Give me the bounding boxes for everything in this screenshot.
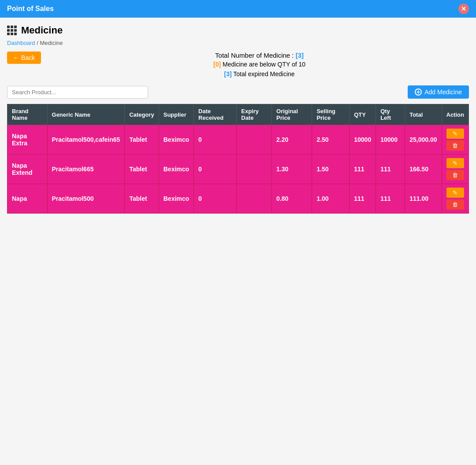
cell-qty-left: 111 — [376, 184, 405, 214]
breadcrumb: Dashboard / Medicine — [7, 40, 469, 46]
cell-qty: 111 — [350, 184, 376, 214]
cell-total: 111.00 — [405, 184, 442, 214]
toolbar: + Add Medicine — [7, 85, 469, 99]
page-content: Medicine Dashboard / Medicine ← Back Tot… — [0, 18, 476, 221]
cell-action: ✎ 🗑 — [442, 155, 469, 184]
add-medicine-button[interactable]: + Add Medicine — [408, 85, 469, 99]
below-qty-count: [0] — [213, 61, 221, 68]
col-category: Category — [125, 104, 159, 125]
cell-selling-price: 1.00 — [312, 184, 350, 214]
cell-expiry-date — [237, 125, 272, 155]
cell-total: 166.50 — [405, 155, 442, 184]
breadcrumb-current: Medicine — [40, 40, 63, 46]
table-row: Napa Extend Pracitamol665 Tablet Beximco… — [7, 155, 469, 184]
cell-category: Tablet — [125, 184, 159, 214]
col-qty: QTY — [350, 104, 376, 125]
total-count: [3] — [296, 52, 304, 59]
cell-date-received: 0 — [194, 184, 237, 214]
cell-qty: 10000 — [350, 125, 376, 155]
cell-qty-left: 10000 — [376, 125, 405, 155]
back-label: Back — [21, 54, 35, 61]
table-row: Napa Extra Pracitamol500,cafein65 Tablet… — [7, 125, 469, 155]
col-supplier: Supplier — [159, 104, 193, 125]
cell-total: 25,000.00 — [405, 125, 442, 155]
back-arrow-icon: ← — [13, 54, 19, 61]
cell-generic-name: Pracitamol500,cafein65 — [47, 125, 125, 155]
back-button[interactable]: ← Back — [7, 52, 41, 64]
cell-category: Tablet — [125, 155, 159, 184]
cell-action: ✎ 🗑 — [442, 125, 469, 155]
cell-brand-name: Napa — [7, 184, 48, 214]
delete-button[interactable]: 🗑 — [446, 170, 465, 180]
cell-category: Tablet — [125, 125, 159, 155]
below-qty-line: [0] Medicine are below QTY of 10 — [50, 61, 469, 68]
search-input[interactable] — [7, 86, 148, 99]
cell-supplier: Beximco — [159, 155, 193, 184]
cell-selling-price: 1.50 — [312, 155, 350, 184]
edit-button[interactable]: ✎ — [446, 188, 465, 198]
cell-brand-name: Napa Extra — [7, 125, 48, 155]
cell-date-received: 0 — [194, 155, 237, 184]
delete-button[interactable]: 🗑 — [446, 199, 465, 210]
cell-supplier: Beximco — [159, 125, 193, 155]
expired-text: Total expired Medicine — [233, 70, 294, 78]
col-qty-left: Qty Left — [376, 104, 405, 125]
col-total: Total — [405, 104, 442, 125]
expired-count: [3] — [224, 70, 232, 78]
col-brand-name: Brand Name — [7, 104, 48, 125]
add-label: Add Medicine — [424, 89, 462, 96]
medicine-table: Brand Name Generic Name Category Supplie… — [7, 104, 469, 214]
cell-brand-name: Napa Extend — [7, 155, 48, 184]
navbar: Point of Sales ✕ — [0, 0, 476, 18]
expired-line: [3] Total expired Medicine — [50, 70, 469, 78]
cell-generic-name: Pracitamol500 — [47, 184, 125, 214]
cell-original-price: 2.20 — [272, 125, 312, 155]
col-generic-name: Generic Name — [47, 104, 125, 125]
edit-button[interactable]: ✎ — [446, 158, 465, 168]
cell-expiry-date — [237, 155, 272, 184]
cell-action: ✎ 🗑 — [442, 184, 469, 214]
grid-icon — [7, 26, 17, 35]
delete-button[interactable]: 🗑 — [446, 140, 465, 151]
breadcrumb-dashboard-link[interactable]: Dashboard — [7, 40, 35, 46]
cell-generic-name: Pracitamol665 — [47, 155, 125, 184]
navbar-title: Point of Sales — [7, 5, 54, 13]
total-medicine-line: Total Number of Medicine : [3] — [50, 52, 469, 59]
page-title: Medicine — [21, 25, 63, 36]
cell-expiry-date — [237, 184, 272, 214]
cell-qty: 111 — [350, 155, 376, 184]
below-qty-text: Medicine are below QTY of 10 — [223, 61, 305, 68]
col-original-price: Original Price — [272, 104, 312, 125]
table-row: Napa Pracitamol500 Tablet Beximco 0 0.80… — [7, 184, 469, 214]
col-action: Action — [442, 104, 469, 125]
cell-selling-price: 2.50 — [312, 125, 350, 155]
col-date-received: Date Received — [194, 104, 237, 125]
cell-original-price: 1.30 — [272, 155, 312, 184]
cell-date-received: 0 — [194, 125, 237, 155]
col-expiry-date: Expiry Date — [237, 104, 272, 125]
navbar-close-icon[interactable]: ✕ — [458, 4, 469, 14]
col-selling-price: Selling Price — [312, 104, 350, 125]
plus-circle-icon: + — [415, 89, 422, 96]
cell-supplier: Beximco — [159, 184, 193, 214]
edit-button[interactable]: ✎ — [446, 129, 465, 139]
cell-original-price: 0.80 — [272, 184, 312, 214]
page-heading: Medicine — [7, 25, 469, 36]
cell-qty-left: 111 — [376, 155, 405, 184]
table-header-row: Brand Name Generic Name Category Supplie… — [7, 104, 469, 125]
